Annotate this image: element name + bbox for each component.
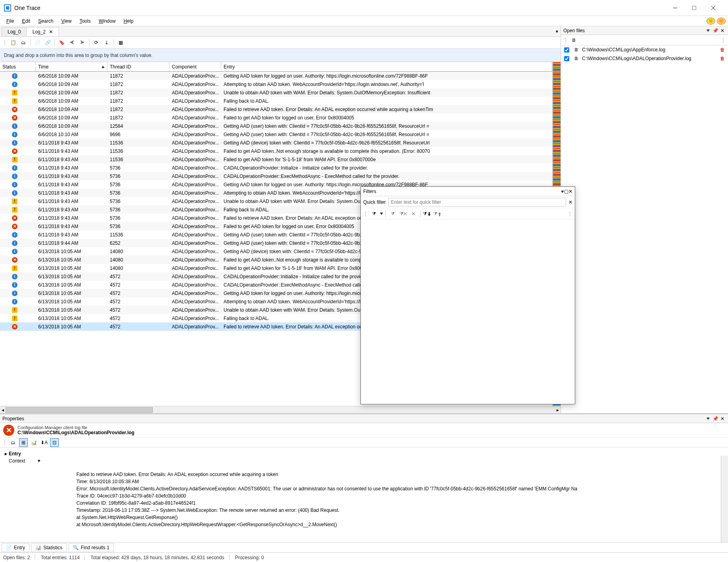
filter-load-icon[interactable]: ⧩⬇: [423, 209, 432, 218]
next-bookmark-button[interactable]: ⮞: [78, 38, 87, 47]
filter-up-icon[interactable]: ⧩̄: [388, 209, 397, 218]
props-btn2[interactable]: ⊞: [19, 438, 28, 447]
horizontal-scrollbar[interactable]: ◂ ▸: [0, 406, 561, 413]
expand-icon[interactable]: ✦: [37, 458, 41, 464]
props-dropdown-icon[interactable]: [705, 416, 711, 422]
file-checkbox[interactable]: [564, 47, 569, 53]
pin-icon[interactable]: 📌: [712, 27, 718, 34]
cell-component: ADALOperationProv...: [169, 81, 221, 88]
props-btn4[interactable]: ⬇A: [40, 438, 49, 447]
new-file-button[interactable]: 🗎: [570, 36, 578, 45]
log-row[interactable]: i6/6/2018 10:09 AM11872ADALOperationProv…: [0, 72, 552, 80]
tab-statistics[interactable]: 📊Statistics: [31, 543, 67, 552]
close-panel-icon[interactable]: ✕: [719, 27, 726, 34]
filters-maximize-icon[interactable]: ▢: [564, 189, 568, 194]
filters-dropdown-icon[interactable]: [561, 189, 564, 194]
tabs-overflow-icon[interactable]: ▾: [556, 29, 558, 34]
cell-component: ADALOperationProv...: [169, 98, 221, 105]
warn-icon: !: [12, 98, 18, 104]
col-entry[interactable]: Entry: [221, 62, 552, 71]
props-pin-icon[interactable]: 📌: [712, 416, 718, 422]
cell-thread: 4572: [107, 323, 169, 330]
prev-bookmark-button[interactable]: ⮜: [68, 38, 76, 47]
log-row[interactable]: ✕6/6/2018 10:09 AM11872ADALOperationProv…: [0, 113, 552, 122]
log-row[interactable]: i6/11/2018 9:43 AM5736ADALOperationProv.…: [0, 172, 552, 180]
scroll-thumb[interactable]: [6, 407, 153, 413]
menu-file[interactable]: File: [2, 17, 18, 25]
menu-view[interactable]: View: [57, 17, 76, 25]
cell-component: ADALOperationProv...: [169, 139, 221, 146]
group-by-bar[interactable]: Drag and drop a column into this area to…: [0, 49, 561, 62]
log-row[interactable]: i6/11/2018 9:43 AM5736ADALOperationProv.…: [0, 164, 552, 172]
copy2-button[interactable]: 📄: [33, 38, 42, 47]
remove-file-icon[interactable]: 🗑: [720, 47, 725, 53]
props-scrollbar[interactable]: [721, 456, 728, 542]
minimize-button[interactable]: [668, 2, 686, 14]
tree-button[interactable]: 🗂: [19, 38, 28, 47]
remove-file-icon[interactable]: 🗑: [720, 56, 725, 61]
filter-delete-icon[interactable]: ✕: [409, 209, 418, 218]
cell-component: ADALOperationProv...: [169, 89, 221, 96]
log-row[interactable]: i6/11/2018 9:43 AM11536ADALOperationProv…: [0, 139, 552, 147]
file-checkbox[interactable]: [564, 56, 569, 61]
log-row[interactable]: i6/6/2018 10:09 AM11872ADALOperationProv…: [0, 80, 552, 88]
tab-entry[interactable]: 📄Entry: [2, 543, 29, 552]
close-button[interactable]: [706, 2, 724, 14]
tab-log0[interactable]: Log_0: [2, 27, 27, 36]
log-tabstrip: Log_0 Log_2✕ ▾: [0, 26, 561, 37]
menu-help[interactable]: Help: [120, 17, 138, 25]
menu-tools[interactable]: Tools: [76, 17, 95, 25]
open-file-item[interactable]: 🗎C:\Windows\CCM\Logs\AppEnforce.log🗑: [561, 45, 728, 54]
feedback-smile-icon[interactable]: 🙂: [707, 18, 715, 25]
col-status[interactable]: Status: [0, 62, 36, 71]
cell-thread: 11536: [107, 148, 169, 155]
autoscroll-button[interactable]: ⤓: [102, 38, 111, 47]
tab-log2[interactable]: Log_2✕: [26, 27, 58, 36]
filter-clear-icon[interactable]: ⧩✕: [399, 209, 407, 218]
info-icon: i: [12, 123, 18, 129]
log-row[interactable]: !6/6/2018 10:09 AM11872ADALOperationProv…: [0, 88, 552, 97]
tab-close-icon[interactable]: ✕: [49, 29, 53, 35]
cell-thread: 11872: [107, 72, 169, 80]
log-row[interactable]: i6/6/2018 10:10 AM9696ADALOperationProv.…: [0, 130, 552, 139]
filter-icon[interactable]: ⧩: [370, 209, 378, 218]
menu-window[interactable]: Window: [95, 17, 120, 25]
info-icon: i: [12, 73, 18, 79]
log-row[interactable]: ✕6/6/2018 10:09 AM11872ADALOperationProv…: [0, 105, 552, 113]
bookmark-button[interactable]: 🔖: [57, 38, 66, 47]
props-close-icon[interactable]: ✕: [719, 416, 726, 422]
col-time[interactable]: Time: [36, 62, 107, 71]
log-row[interactable]: ✕6/11/2018 9:43 AM11536ADALOperationProv…: [0, 147, 552, 155]
menu-search[interactable]: Search: [34, 17, 57, 25]
dropdown-icon[interactable]: [705, 27, 711, 34]
log-row[interactable]: !6/6/2018 10:09 AM11872ADALOperationProv…: [0, 97, 552, 105]
col-component[interactable]: Component: [169, 62, 221, 71]
filters-titlebar[interactable]: Filters ▢ ✕: [361, 187, 575, 196]
feedback-frown-icon[interactable]: 🙁: [717, 18, 726, 25]
props-btn5[interactable]: ⊡: [50, 438, 59, 447]
col-thread[interactable]: Thread ID: [107, 62, 169, 71]
scroll-left-icon[interactable]: ◂: [0, 407, 6, 413]
quick-filter-label: Quick filter: [363, 199, 386, 205]
copy-button[interactable]: 📋: [9, 38, 18, 47]
tab-find-results[interactable]: 🔍Find results 1: [68, 543, 114, 552]
info-icon: i: [12, 291, 18, 296]
filter-dropdown-icon[interactable]: [380, 213, 383, 215]
columns-button[interactable]: ▦: [116, 38, 125, 47]
filter-save-icon[interactable]: ⧩⬆: [433, 209, 442, 218]
quick-filter-input[interactable]: [388, 198, 566, 207]
filters-window[interactable]: Filters ▢ ✕ Quick filter ✕ ⋮ ⧩ ⧩̄ ⧩✕ ✕ ⧩…: [360, 186, 575, 404]
refresh-button[interactable]: ⟳: [92, 38, 101, 47]
link-button[interactable]: 🔗: [43, 38, 52, 47]
scroll-right-icon[interactable]: ▸: [555, 407, 561, 413]
props-btn1[interactable]: 🗂: [9, 438, 18, 447]
maximize-button[interactable]: [687, 2, 705, 14]
clear-filter-icon[interactable]: ✕: [568, 199, 572, 205]
props-btn3[interactable]: 📊: [29, 438, 38, 447]
menu-edit[interactable]: Edit: [18, 17, 34, 25]
log-row[interactable]: i6/6/2018 10:09 AM12584ADALOperationProv…: [0, 122, 552, 130]
cell-thread: 11536: [107, 139, 169, 146]
open-file-item[interactable]: 🗎C:\Windows\CCM\Logs\ADALOperationProvid…: [561, 54, 728, 63]
filters-close-icon[interactable]: ✕: [568, 189, 572, 194]
log-row[interactable]: !6/11/2018 9:43 AM11536ADALOperationProv…: [0, 155, 552, 164]
